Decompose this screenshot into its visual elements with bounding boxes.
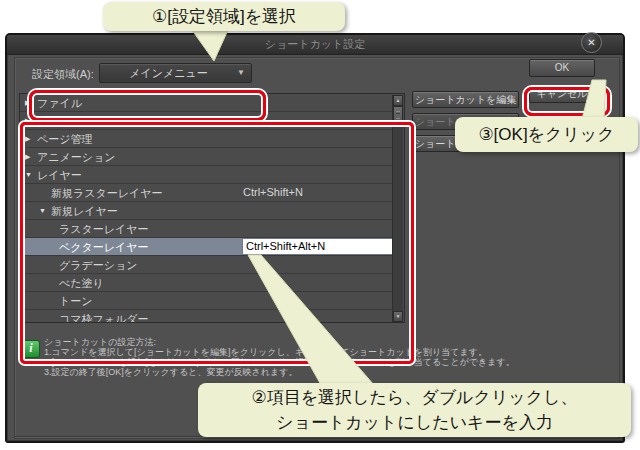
annotation-step2-line2: ショートカットにしたいキーを入力 [276,410,553,435]
annotation-step1: ①[設定領域]を選択 [103,2,345,31]
list-scrollbar[interactable]: ▲ ▼ [392,95,403,322]
info-icon: i [22,340,40,358]
list-item[interactable]: べた塗り [20,274,392,292]
tree-collapsed-icon[interactable]: ▶ [25,135,30,143]
tree-expanded-icon[interactable]: ▼ [25,171,32,178]
dialog-titlebar[interactable]: ショートカット設定 [7,35,623,55]
screenshot-canvas: ショートカット設定 ✕ 設定領域(A): メインメニュー ▼ コマ枠フォルダート… [0,0,640,450]
close-button[interactable]: ✕ [581,32,602,53]
list-item[interactable]: ラスターレイヤー [20,220,392,238]
list-item[interactable]: コマ枠フォルダー [20,310,392,323]
help-line-2: 2.[ショートカットを追加]をクリックすると、同じコマンドに複数のショートカット… [44,357,619,367]
annotation-step2-line1: ②項目を選択したら、ダブルクリックし、 [251,385,577,410]
chevron-down-icon: ▼ [237,64,245,82]
list-item[interactable]: トーン [20,292,392,310]
help-line-1: 1.コマンドを選択して[ショートカットを編集]をクリックし、キーを押してショート… [44,347,619,357]
cancel-button[interactable]: キャンセル [529,85,595,103]
list-item-label: ファイル [37,96,82,111]
tree-collapsed-icon[interactable]: ▶ [25,117,30,125]
shortcut-settings-dialog: ショートカット設定 ✕ 設定領域(A): メインメニュー ▼ コマ枠フォルダート… [5,33,625,443]
list-item-label: アニメーション [37,150,116,165]
list-item-label: トーン [59,294,93,309]
list-item-label: 新規ラスターレイヤー [51,186,163,201]
list-item[interactable]: ▼新規レイヤー [20,202,392,220]
setting-area-value: メインメニュー [100,64,251,82]
list-item-label: べた塗り [59,276,104,291]
ok-button[interactable]: OK [529,59,595,77]
list-item-label: ベクターレイヤー [59,240,149,255]
list-item-label: 編集 [37,114,59,129]
list-item[interactable]: 新規ラスターレイヤーCtrl+Shift+N [20,184,392,202]
scroll-up-icon[interactable]: ▲ [393,95,403,106]
list-item[interactable]: ベクターレイヤーCtrl+Shift+Alt+N [20,238,392,256]
setting-area-dropdown[interactable]: メインメニュー ▼ [99,63,252,83]
setting-area-label: 設定領域(A): [32,67,94,82]
close-icon: ✕ [587,37,595,48]
help-line-3: 3.設定の終了後[OK]をクリックすると、変更が反映されます。 [44,367,619,377]
list-item[interactable]: グラデーション [20,256,392,274]
list-item[interactable]: ▶ファイル [20,94,392,112]
list-item-label: 新規レイヤー [51,204,118,219]
list-item-label: グラデーション [59,258,138,273]
annotation-step2: ②項目を選択したら、ダブルクリックし、 ショートカットにしたいキーを入力 [198,383,631,437]
tree-collapsed-icon[interactable]: ▶ [25,99,30,107]
scrollbar-thumb[interactable] [393,106,403,127]
shortcut-help-text: ショートカットの設定方法: 1.コマンドを選択して[ショートカットを編集]をクリ… [44,337,619,377]
list-item[interactable]: ▶アニメーション [20,148,392,166]
list-item-label: コマ枠フォルダー [59,312,149,323]
tree-expanded-icon[interactable]: ▼ [39,207,46,214]
list-item-label: ラスターレイヤー [59,222,149,237]
edit-shortcut-button[interactable]: ショートカットを編集 [412,91,519,108]
dialog-title: ショートカット設定 [7,35,623,54]
shortcut-edit-input[interactable]: Ctrl+Shift+Alt+N [242,238,394,255]
list-item[interactable]: ▶ページ管理 [20,130,392,148]
list-item-label: ページ管理 [37,132,93,147]
shortcut-value: Ctrl+Shift+N [243,186,303,198]
annotation-step3: ③[OK]をクリック [455,117,638,152]
list-item[interactable]: ▼レイヤー [20,166,392,184]
list-item-label: レイヤー [37,168,82,183]
annotation-step3-text: ③[OK]をクリック [478,123,614,146]
tree-collapsed-icon[interactable]: ▶ [25,153,30,161]
list-item[interactable]: ▶編集 [20,112,392,130]
scroll-down-icon[interactable]: ▼ [393,311,403,322]
annotation-step1-text: ①[設定領域]を選択 [152,5,296,28]
shortcut-list: コマ枠フォルダートーンべた塗りグラデーションベクターレイヤーCtrl+Shift… [19,93,405,323]
help-heading: ショートカットの設定方法: [44,337,619,347]
